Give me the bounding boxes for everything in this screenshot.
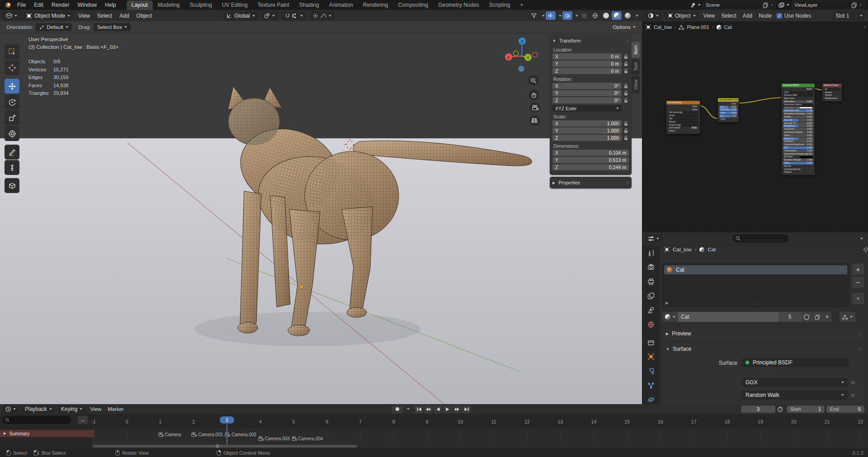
slot-selector[interactable]: Slot 1 <box>832 11 866 20</box>
node-row[interactable]: Hue0.500 <box>719 106 737 108</box>
lock-icon[interactable] <box>623 90 629 96</box>
tab-render[interactable] <box>644 261 658 274</box>
properties-collapsed-panel[interactable]: ▶Properties:::: <box>550 177 632 188</box>
distribution-select[interactable]: GGX <box>742 378 848 387</box>
transform-panel-header[interactable]: ▼Transform:::: <box>552 37 629 45</box>
orientation-select[interactable]: Default <box>36 23 71 31</box>
animate-dot[interactable] <box>851 381 854 384</box>
slot-specials-menu[interactable] <box>852 293 864 304</box>
principled-bsdf-node[interactable]: Principled BSDF BSDFGGXRandom WalkBase C… <box>781 83 815 175</box>
proportional-editing-toggle[interactable] <box>310 11 335 20</box>
transform-orientation-selector[interactable]: Global <box>223 11 258 20</box>
location-field[interactable]: X0 m <box>552 53 622 60</box>
node-row[interactable]: Flat <box>668 118 698 120</box>
frame-number[interactable]: 8 <box>392 419 395 424</box>
workspace-tab[interactable]: Texture Paint <box>253 0 294 10</box>
current-frame-field[interactable]: 3 <box>741 405 775 413</box>
material-slot-item[interactable]: Cat <box>664 265 847 274</box>
node-row[interactable]: Alpha <box>668 108 698 111</box>
jump-to-start-button[interactable] <box>415 405 423 413</box>
node-row[interactable]: GGX <box>783 91 813 94</box>
lock-icon[interactable] <box>623 83 629 89</box>
copy-material-button[interactable] <box>812 312 823 322</box>
node-editor-menu-item[interactable]: Add <box>740 13 755 19</box>
node-editor-type-selector[interactable] <box>645 11 662 20</box>
gizmo-neg-y[interactable] <box>514 51 519 56</box>
node-row[interactable]: Anisotropic Rotation0.000 <box>783 131 813 134</box>
show-overlays-toggle[interactable] <box>562 11 572 20</box>
node-editor-menu-item[interactable]: Select <box>718 13 739 19</box>
remove-slot-button[interactable]: − <box>852 277 864 288</box>
surface-shader-field[interactable]: Principled BSDF <box>742 358 849 367</box>
node-row[interactable]: Subsurface0.000 <box>783 100 813 103</box>
workspace-tab[interactable]: Sculpting <box>185 0 217 10</box>
node-row[interactable]: Color SpaceRGB <box>668 127 698 129</box>
remove-viewlayer-icon[interactable]: × <box>859 2 862 8</box>
camera-marker[interactable]: Camera.002 <box>224 432 256 437</box>
use-nodes-checkbox[interactable]: ✓ Use Nodes <box>777 13 811 19</box>
tab-scene[interactable] <box>644 304 658 317</box>
list-resize-grip[interactable]: :::: <box>756 301 759 306</box>
node-row[interactable]: Linear <box>668 114 698 117</box>
workspace-tab[interactable]: Animation <box>324 0 358 10</box>
drag-select[interactable]: Select Box <box>94 23 131 31</box>
keying-menu[interactable]: Keying <box>58 405 86 413</box>
shading-wireframe-button[interactable] <box>590 11 600 20</box>
gizmo-neg-x[interactable] <box>533 52 538 57</box>
workspace-tab[interactable]: Compositing <box>393 0 433 10</box>
node-row[interactable]: Random Walk <box>783 94 813 97</box>
tool-select-box[interactable] <box>5 44 19 59</box>
n-panel-tab[interactable]: Item <box>632 42 640 58</box>
tab-modifiers[interactable] <box>644 365 658 377</box>
lock-icon[interactable] <box>623 128 629 133</box>
node-row[interactable]: Vector <box>668 130 698 132</box>
node-row[interactable]: Color <box>719 118 737 121</box>
frame-number[interactable]: 18 <box>725 419 730 424</box>
start-frame-field[interactable]: Start1 <box>787 405 825 413</box>
node-row[interactable]: Clearcoat Roughness0.030 <box>783 143 813 146</box>
frame-number[interactable]: 7 <box>359 419 362 424</box>
tool-cursor[interactable] <box>5 60 19 75</box>
tab-physics[interactable] <box>644 393 658 404</box>
node-row[interactable]: Base Color <box>783 97 813 100</box>
breadcrumb-material[interactable]: Cat <box>724 24 732 30</box>
frame-number[interactable]: 5 <box>292 419 295 424</box>
shading-rendered-button[interactable] <box>623 11 632 20</box>
tool-scale[interactable] <box>5 110 19 125</box>
n-panel-tab[interactable]: Tool <box>632 59 640 75</box>
scene-name-field[interactable]: Scene × <box>703 1 776 9</box>
dimension-field[interactable]: Z0.244 m <box>552 164 629 170</box>
viewport-canvas[interactable]: User Perspective (3) Collection | Cat_lo… <box>0 33 642 404</box>
node-row[interactable]: Surface <box>824 91 840 94</box>
node-row[interactable]: Clearcoat Normal <box>783 168 813 171</box>
image-texture-node[interactable]: Cat texture.jpg ColorAlphaCat texture.jp… <box>666 100 700 134</box>
tool-rotate[interactable] <box>5 94 19 109</box>
timeline-search-input[interactable] <box>2 416 71 424</box>
tab-view-layer[interactable] <box>644 290 658 302</box>
location-field[interactable]: Y0 m <box>552 61 622 67</box>
xray-toggle[interactable] <box>579 11 589 20</box>
material-output-node[interactable]: Material Output AllSurfaceVolumeDisplace… <box>822 83 842 102</box>
camera-view-button[interactable] <box>529 102 540 113</box>
list-filter-toggle[interactable]: ▶ <box>665 301 669 305</box>
frame-number[interactable]: -1 <box>91 419 95 424</box>
workspace-tab[interactable]: Scripting <box>484 0 515 10</box>
show-gizmo-toggle[interactable] <box>546 11 556 20</box>
viewport-menu-item[interactable]: Select <box>94 13 116 19</box>
frame-number[interactable]: 9 <box>426 419 429 424</box>
node-row[interactable]: Repeat <box>668 121 698 123</box>
unlink-material-button[interactable]: × <box>823 312 831 322</box>
tab-output[interactable] <box>644 275 658 288</box>
node-row[interactable]: Subsurface Anisotropy0.000 <box>783 113 813 115</box>
users-count-button[interactable]: 5 <box>778 312 801 322</box>
current-frame-badge[interactable]: 3 <box>220 416 234 424</box>
frame-number[interactable]: 22 <box>858 419 863 424</box>
node-row[interactable]: Transmission Roughness0.000 <box>783 153 813 155</box>
shader-type-selector[interactable]: Object <box>665 11 699 20</box>
dimension-field[interactable]: X0.104 m <box>552 150 629 156</box>
properties-editor-type-selector[interactable] <box>645 235 662 243</box>
node-row[interactable]: Color <box>668 105 698 108</box>
shading-solid-button[interactable] <box>601 11 611 20</box>
animate-dot[interactable] <box>851 394 854 397</box>
workspace-tab[interactable]: Shading <box>294 0 324 10</box>
